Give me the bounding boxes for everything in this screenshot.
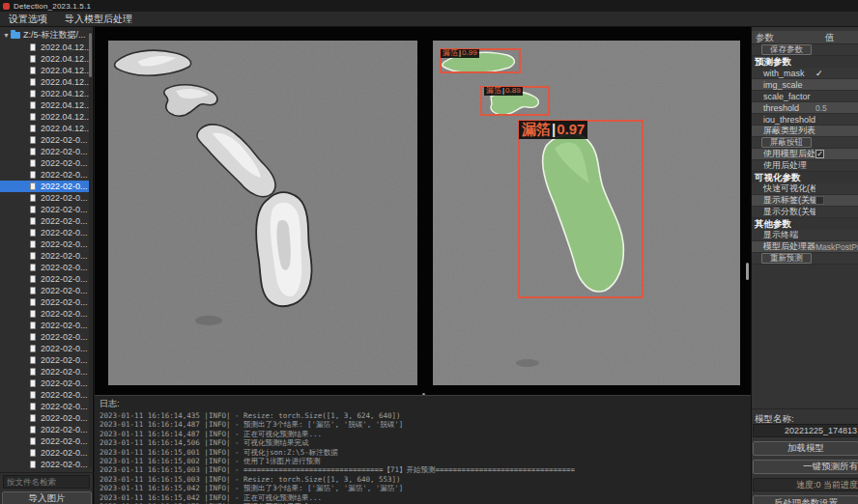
- tree-item[interactable]: 2022-02-0...: [0, 169, 90, 181]
- param-row[interactable]: threshold0.5: [752, 102, 858, 114]
- param-action-button[interactable]: 保存参数: [761, 44, 812, 55]
- tree-item-label: 2022-02-0...: [41, 193, 88, 203]
- log-line: 2023-01-11 16:16:15,042 |INFO| - 预测出了3个结…: [95, 484, 751, 492]
- tree-item[interactable]: 2022-02-0...: [0, 412, 90, 424]
- tree-item[interactable]: 2022.04.12...: [0, 123, 90, 134]
- menu-settings[interactable]: 设置选项: [0, 12, 56, 27]
- tree-item[interactable]: 2022-02-0...: [0, 401, 90, 412]
- log-line: 2023-01-11 16:16:14,435 |INFO| - Resize:…: [95, 411, 751, 420]
- predict-all-button[interactable]: 一键预测所有: [753, 460, 858, 474]
- menu-import-model-postprocess[interactable]: 导入模型后处理: [56, 12, 141, 27]
- tree-item-label: 2022.04.12...: [41, 42, 90, 52]
- tree-item[interactable]: 2022-02-0...: [0, 227, 90, 238]
- tree-item[interactable]: 2022-02-0...: [0, 215, 90, 227]
- param-section-row: 预测参数: [752, 56, 858, 68]
- param-name: 使用后处理: [752, 159, 815, 172]
- tree-item[interactable]: 2022-02-0...: [0, 250, 90, 262]
- tree-item[interactable]: 2022-02-0...: [0, 238, 90, 250]
- tree-item[interactable]: 2022-02-0...: [0, 366, 90, 378]
- postprocess-settings-button[interactable]: 后处理参数设置: [753, 495, 858, 504]
- tree-item[interactable]: 2022-02-0...: [0, 285, 90, 296]
- tree-item-label: 2022-02-0...: [41, 390, 88, 400]
- file-icon: [30, 217, 36, 225]
- param-row[interactable]: with_mask✓: [752, 68, 858, 79]
- tree-item[interactable]: 2022-02-0...: [0, 181, 90, 192]
- param-name: with_mask: [752, 69, 815, 78]
- tree-item[interactable]: 2022-02-0...: [0, 435, 90, 447]
- tree-item[interactable]: 2022.04.12...: [0, 42, 90, 53]
- tree-item[interactable]: 2022-02-0...: [0, 424, 90, 435]
- file-icon: [30, 437, 36, 445]
- model-name-field[interactable]: 20221225_174813: [753, 424, 858, 437]
- param-row[interactable]: 屏蔽类型列表: [752, 126, 858, 137]
- param-row[interactable]: 显示分数(关键点): [752, 207, 858, 218]
- tree-item[interactable]: 2022-02-0...: [0, 296, 90, 308]
- tree-item[interactable]: 2022-02-0...: [0, 134, 90, 146]
- load-model-button[interactable]: 加载模型: [753, 441, 858, 456]
- param-row[interactable]: img_scale: [752, 79, 858, 91]
- tree-item[interactable]: 2022-02-0...: [0, 447, 90, 459]
- tree-item[interactable]: 2022.04.12...: [0, 88, 90, 99]
- file-icon: [30, 461, 36, 468]
- file-icon: [30, 333, 36, 341]
- param-action-button[interactable]: 重新预测: [761, 253, 812, 264]
- param-action-button[interactable]: 屏蔽按钮: [761, 137, 812, 148]
- file-icon: [30, 240, 36, 248]
- param-button-row: 重新预测: [752, 253, 858, 265]
- tree-item[interactable]: 2022-02-0...: [0, 459, 90, 470]
- tree-item[interactable]: 2022-02-0...: [0, 146, 90, 157]
- tree-root[interactable]: ▼ Z:/5-标注数据/...: [0, 29, 90, 42]
- tree-item-label: 2022-02-0...: [41, 378, 88, 388]
- params-panel: 参数 值 保存参数预测参数with_mask✓img_scalescale_fa…: [751, 27, 858, 504]
- tree-item[interactable]: 2022.04.12...: [0, 76, 90, 88]
- caret-down-icon[interactable]: ▼: [3, 32, 11, 39]
- tree-item[interactable]: 2022-02-0...: [0, 343, 90, 354]
- tree-scrollbar[interactable]: [89, 31, 92, 467]
- params-header-value: 值: [825, 31, 835, 43]
- param-value[interactable]: 0.5: [815, 103, 827, 113]
- tree-item[interactable]: 2022-02-0...: [0, 308, 90, 320]
- checkbox-checked-icon[interactable]: ✓: [815, 150, 824, 158]
- tree-item-label: 2022-02-0...: [41, 286, 88, 295]
- window-title: Detection_2023.1.5.1: [14, 2, 91, 11]
- tree-item[interactable]: 2022-02-0...: [0, 331, 90, 343]
- right-splitter-handle[interactable]: [746, 263, 749, 280]
- tree-item[interactable]: 2022-02-0...: [0, 204, 90, 215]
- tree-item[interactable]: 2022.04.12...: [0, 53, 90, 65]
- param-row[interactable]: 模型后处理器MaskPostPro...: [752, 241, 858, 253]
- file-icon: [30, 90, 36, 98]
- tree-item[interactable]: 2022-02-0...: [0, 389, 90, 401]
- file-icon: [30, 206, 36, 213]
- param-section-label: 预测参数: [752, 56, 791, 69]
- tree-item-label: 2022-02-0...: [41, 332, 88, 342]
- tree-item[interactable]: 2022-02-0...: [0, 378, 90, 389]
- tree-item-label: 2022-02-0...: [41, 355, 88, 365]
- import-images-button[interactable]: 导入图片: [2, 491, 92, 504]
- tree-item[interactable]: 2022.04.12...: [0, 65, 90, 76]
- file-icon: [30, 368, 36, 376]
- param-name: scale_factor: [752, 92, 815, 101]
- raw-image[interactable]: [108, 41, 417, 385]
- param-value[interactable]: MaskPostPro...: [815, 242, 858, 252]
- tree-item[interactable]: 2022-02-0...: [0, 354, 90, 366]
- tree-item[interactable]: 2022-02-0...: [0, 320, 90, 331]
- tree-item[interactable]: 2022-02-0...: [0, 262, 90, 273]
- menubar: 设置选项 导入模型后处理: [0, 12, 858, 27]
- param-name: iou_threshold: [752, 115, 815, 125]
- log-line: 2023-01-11 16:16:15,042 |INFO| - 正在可视化预测…: [95, 493, 751, 502]
- prediction-image[interactable]: 漏箔|0.99 漏箔|0.89 漏箔|0.97: [433, 41, 740, 385]
- check-icon[interactable]: ✓: [815, 69, 823, 78]
- tree-item[interactable]: 2022-02-0...: [0, 192, 90, 204]
- checkbox-empty-icon[interactable]: [815, 196, 824, 205]
- param-row[interactable]: 使用后处理: [752, 160, 858, 172]
- file-icon: [30, 310, 36, 318]
- tree-scrollbar-thumb[interactable]: [89, 33, 92, 77]
- param-row[interactable]: scale_factor: [752, 91, 858, 102]
- tree-item[interactable]: 2022-02-0...: [0, 273, 90, 285]
- tree-item[interactable]: 2022.04.12...: [0, 111, 90, 123]
- log-line: 2023-01-11 16:16:15,002 |INFO| - 使用了1张图片…: [95, 457, 751, 465]
- tree-item[interactable]: 2022-02-0...: [0, 157, 90, 169]
- file-icon: [30, 55, 36, 63]
- filename-search-input[interactable]: [3, 475, 90, 489]
- tree-item[interactable]: 2022.04.12...: [0, 99, 90, 111]
